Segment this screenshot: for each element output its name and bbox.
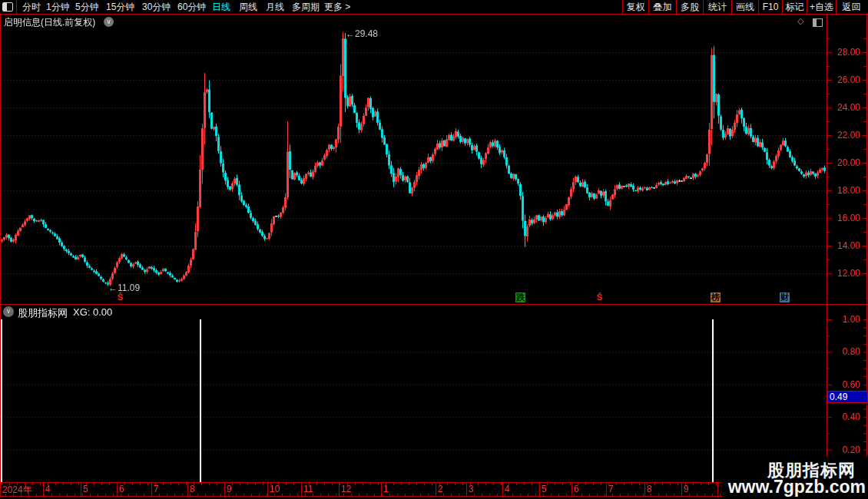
watermark: 股朋指标网 www.7gpzb.com (722, 457, 868, 499)
event-marker-ranking-news[interactable]: 榜 (711, 292, 721, 302)
window-icon[interactable] (813, 18, 823, 27)
watermark-site-url: www.7gpzb.com (728, 477, 866, 497)
x-axis-label: 1 (383, 484, 389, 494)
toolbar-button-8[interactable]: +自选 (807, 0, 836, 14)
x-axis-label: 8 (190, 484, 195, 494)
event-marker-signal-marker[interactable]: Ŝ (596, 292, 603, 302)
toolbar-button-5[interactable]: 画线 (731, 0, 758, 14)
indicator-value: XG: 0.00 (73, 306, 112, 318)
x-axis-label: 10 (270, 484, 280, 494)
chevron-down-circle-icon[interactable]: ∨ (104, 17, 114, 27)
event-marker-signal-marker[interactable]: Ŝ (117, 292, 124, 302)
app-window: 分时1分钟5分钟15分钟30分钟60分钟日线周线月线多周期更多 > 复权叠加多股… (0, 0, 868, 499)
sub-y-axis-label: 0.40 (828, 411, 860, 422)
y-axis-label: 18.00 (828, 185, 860, 196)
sub-y-axis-label: 0.80 (828, 346, 860, 357)
toolbar-button-2[interactable]: 叠加 (648, 0, 676, 14)
chart-canvas[interactable] (0, 0, 868, 499)
event-marker-drop-news[interactable]: 跌 (515, 292, 525, 302)
x-axis-label: 7 (608, 484, 614, 494)
title-bar: 启明信息(日线.前复权) ∨ ◇ (1, 15, 826, 29)
timeframe-item-6[interactable]: 60分钟 (177, 0, 206, 14)
timeframe-item-4[interactable]: 15分钟 (106, 0, 134, 14)
timeframe-item-10[interactable]: 多周期 (292, 0, 320, 14)
x-axis-label: 9 (684, 484, 689, 494)
top-toolbar: 分时1分钟5分钟15分钟30分钟60分钟日线周线月线多周期更多 > 复权叠加多股… (0, 0, 868, 15)
y-axis-label: 14.00 (828, 240, 860, 251)
timeframe-item-1[interactable]: 分时 (22, 0, 41, 14)
x-axis-label: 2 (438, 484, 443, 494)
indicator-name: 股朋指标网 (18, 306, 68, 320)
timeframe-item-2[interactable]: 1分钟 (46, 0, 70, 14)
timeframe-item-9[interactable]: 月线 (266, 0, 284, 14)
x-axis-label: 3 (469, 484, 474, 494)
chevron-down-circle-icon[interactable]: ∨ (3, 306, 14, 317)
x-axis-label: 4 (505, 484, 510, 494)
sub-y-axis-label: 0.20 (828, 444, 860, 455)
diamond-icon[interactable]: ◇ (797, 16, 803, 26)
toolbar-button-4[interactable]: 统计 (703, 0, 731, 14)
x-axis-label: 2024年 (2, 484, 32, 497)
x-axis-label: 8 (647, 484, 652, 494)
x-axis-label: 11 (303, 484, 313, 494)
current-value-badge: 0.49 (827, 391, 868, 403)
x-axis-label: 5 (542, 484, 547, 494)
toolbar-button-3[interactable]: 多股 (676, 0, 703, 14)
y-axis-label: 16.00 (828, 213, 860, 223)
toolbar-button-1[interactable]: 复权 (622, 0, 648, 14)
timeframe-item-5[interactable]: 30分钟 (142, 0, 171, 14)
x-axis-label: 9 (227, 484, 232, 494)
y-axis-label: 28.00 (828, 47, 860, 58)
price-annotation: ←29.48 (346, 28, 378, 39)
x-axis-label: 6 (119, 484, 124, 494)
y-axis-label: 12.00 (828, 268, 860, 279)
sub-y-axis-label: 0.60 (828, 379, 860, 390)
y-axis-label: 24.00 (828, 102, 860, 113)
timeframe-item-3[interactable]: 5分钟 (75, 0, 99, 14)
toolbar-button-6[interactable]: F10 (758, 0, 782, 14)
x-axis-label: 6 (574, 484, 579, 494)
toolbar-right-menu: 复权叠加多股统计画线F10标记+自选返回 (622, 0, 866, 14)
x-axis-label: 7 (154, 484, 159, 494)
window-split-icon[interactable] (2, 2, 13, 12)
x-axis-label: 12 (341, 484, 351, 494)
y-axis-label: 20.00 (828, 157, 860, 168)
price-annotation: ←11.09 (108, 283, 140, 293)
stock-title: 启明信息(日线.前复权) (4, 16, 95, 29)
toolbar-button-9[interactable]: 返回 (836, 0, 866, 14)
event-marker-finance-news[interactable]: 财 (780, 292, 790, 302)
y-axis-label: 26.00 (828, 74, 860, 85)
sub-y-axis-label: 1.00 (828, 314, 860, 325)
x-axis-label: 4 (45, 484, 51, 494)
x-axis-label: 5 (83, 484, 88, 494)
toolbar-button-7[interactable]: 标记 (782, 0, 807, 14)
timeframe-item-7[interactable]: 日线 (212, 0, 230, 14)
y-axis-label: 22.00 (828, 130, 860, 140)
timeframe-item-8[interactable]: 周线 (239, 0, 257, 14)
toolbar-separator (16, 0, 17, 14)
timeframe-item-11[interactable]: 更多 > (324, 0, 350, 14)
